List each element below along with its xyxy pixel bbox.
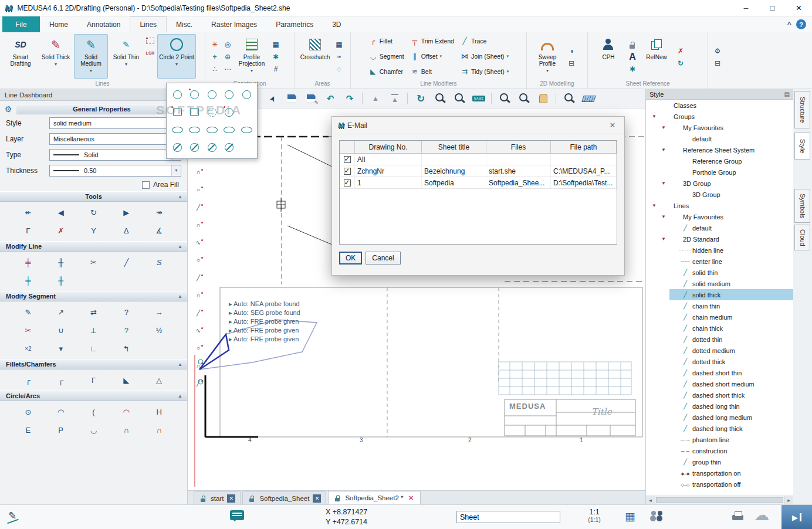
section-header-fillets[interactable]: Fillets/Chamfers (0, 359, 187, 369)
tree-item[interactable]: Classes (646, 100, 793, 111)
property-dropdown[interactable]: Miscellaneous (49, 133, 181, 145)
chamfer-trim-icon[interactable] (143, 372, 175, 388)
sheet-tab[interactable]: start (194, 491, 241, 504)
property-dropdown[interactable]: Solid (49, 149, 181, 161)
arc-p-icon[interactable] (45, 422, 77, 438)
snowflake-icon[interactable] (270, 52, 282, 62)
side-tab[interactable]: Style (794, 133, 810, 160)
section-header-tools[interactable]: Tools (0, 191, 187, 202)
segment-perpendicular-icon[interactable] (77, 323, 110, 338)
segment-trim-icon[interactable] (45, 273, 77, 288)
go-next-icon[interactable] (110, 205, 143, 220)
close-tab-icon[interactable] (407, 494, 415, 502)
zoom-small-icon[interactable] (517, 91, 531, 106)
arc-quarter-icon[interactable] (110, 404, 143, 419)
grid-fill-icon[interactable] (333, 39, 345, 50)
line-curve-icon[interactable] (143, 255, 175, 270)
circle-center-radius-icon[interactable] (169, 86, 185, 103)
target-cross-icon[interactable] (222, 52, 234, 62)
tree-item[interactable]: Porthole Group (646, 167, 793, 178)
select-arrow-icon[interactable] (265, 91, 279, 106)
zoom-out-icon[interactable] (433, 91, 447, 106)
circle-diameter-icon[interactable] (169, 138, 185, 156)
ribbon-tab[interactable]: Home (40, 16, 77, 32)
ribbon-menu-item[interactable]: Segment (368, 49, 404, 63)
arc-open-icon[interactable] (77, 404, 110, 419)
expand-panel-button[interactable] (781, 505, 812, 529)
refresh-icon[interactable] (77, 205, 110, 220)
circle-marker-icon[interactable] (194, 256, 203, 264)
zoom-page-icon[interactable] (498, 91, 512, 106)
sheet-tab[interactable]: Softpedia_Sheet (242, 491, 326, 504)
expander-icon[interactable] (661, 236, 669, 242)
ribbon-button[interactable]: Solid Thick (39, 34, 73, 79)
hatch-grid-icon[interactable] (270, 64, 282, 74)
tree-item[interactable]: dotted thin (646, 334, 793, 345)
column-header[interactable]: Sheet title (422, 141, 486, 153)
pin-panel-icon[interactable] (784, 91, 790, 97)
expander-icon[interactable] (661, 125, 669, 130)
side-tab[interactable]: Symbols (794, 189, 810, 223)
scrollbar-thumb[interactable] (656, 497, 783, 503)
separator-icon[interactable] (556, 93, 557, 104)
undo-icon[interactable] (323, 91, 337, 106)
go-last-icon[interactable] (143, 205, 175, 220)
ribbon-menu-item[interactable]: Trim Extend (410, 34, 454, 48)
line-slant-icon[interactable] (110, 255, 143, 270)
arc-marker-icon[interactable] (194, 221, 203, 229)
segment-length-icon[interactable] (110, 323, 143, 338)
name-zoom-icon[interactable] (472, 91, 486, 106)
tree-item[interactable]: dashed long medium (646, 412, 793, 423)
tree-item[interactable]: chain thick (646, 323, 793, 334)
crosshatch-button[interactable]: Crosshatch (298, 34, 332, 79)
pan-hand-icon[interactable] (536, 91, 550, 106)
collaboration-icon[interactable] (650, 511, 666, 523)
ellipsis-icon[interactable] (222, 64, 234, 74)
column-header[interactable]: Drawing No. (355, 141, 422, 153)
arc-marker-icon[interactable] (194, 168, 203, 176)
tree-item[interactable]: dashed short thin (646, 367, 793, 378)
lock-add-icon[interactable] (627, 39, 638, 50)
close-tab-icon[interactable] (227, 494, 235, 503)
arc-small-icon[interactable] (77, 422, 110, 438)
column-header[interactable]: Files (486, 141, 551, 153)
tree-item[interactable]: dashed long thin (646, 401, 793, 412)
separator-icon[interactable] (407, 93, 408, 104)
tree-item[interactable]: construction (646, 445, 793, 456)
tree-item[interactable]: Reference Sheet System (646, 144, 793, 155)
circle-concentric-icon[interactable] (221, 86, 238, 103)
save-icon[interactable] (285, 91, 299, 106)
ok-button[interactable]: OK (339, 252, 362, 264)
close-dialog-icon[interactable] (607, 121, 618, 130)
printer-icon[interactable] (732, 511, 745, 522)
segment-extend-icon[interactable] (143, 304, 175, 320)
help-icon[interactable]: ? (796, 19, 806, 29)
rectangle-icon[interactable] (187, 103, 203, 121)
row-checkbox[interactable] (340, 165, 355, 177)
arc-h-icon[interactable] (143, 404, 175, 419)
lgr-icon[interactable] (144, 48, 156, 58)
ribbon-tab[interactable]: File (2, 16, 40, 32)
column-header[interactable]: File path (551, 141, 617, 153)
profile-projection-button[interactable]: Profile Projection (235, 34, 269, 79)
half-view-icon[interactable] (566, 46, 577, 56)
text-style-button[interactable]: A (627, 52, 638, 62)
tree-item[interactable]: transportation off (646, 479, 793, 490)
ribbon-menu-item[interactable]: Join (Sheet) (460, 49, 509, 63)
window-drop-icon[interactable] (712, 58, 723, 69)
line-marker-icon[interactable] (194, 204, 203, 211)
ribbon-menu-item[interactable]: Belt (410, 65, 454, 79)
dots-construction-icon[interactable] (209, 64, 221, 74)
tree-item[interactable]: dashed short medium (646, 378, 793, 389)
circle-3-point-icon[interactable] (204, 86, 220, 103)
side-tab[interactable]: Structure (794, 91, 810, 128)
delete-element-icon[interactable] (45, 223, 77, 238)
rotate-view-icon[interactable] (414, 91, 428, 106)
expander-icon[interactable] (652, 114, 659, 119)
close-button[interactable] (786, 0, 812, 16)
radius-probe-icon[interactable] (143, 223, 175, 238)
tree-item[interactable]: solid medium (646, 278, 793, 289)
arc-dome-icon[interactable] (110, 422, 143, 438)
grid-fill-icon[interactable] (270, 39, 282, 50)
row-checkbox[interactable] (340, 177, 355, 188)
